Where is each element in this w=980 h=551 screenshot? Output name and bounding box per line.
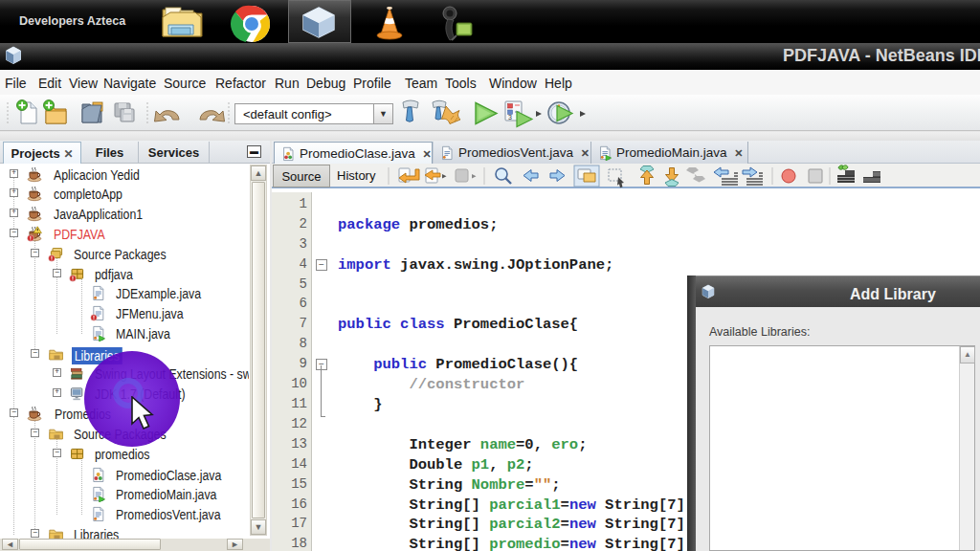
svg-text:3: 3 [508,114,512,121]
